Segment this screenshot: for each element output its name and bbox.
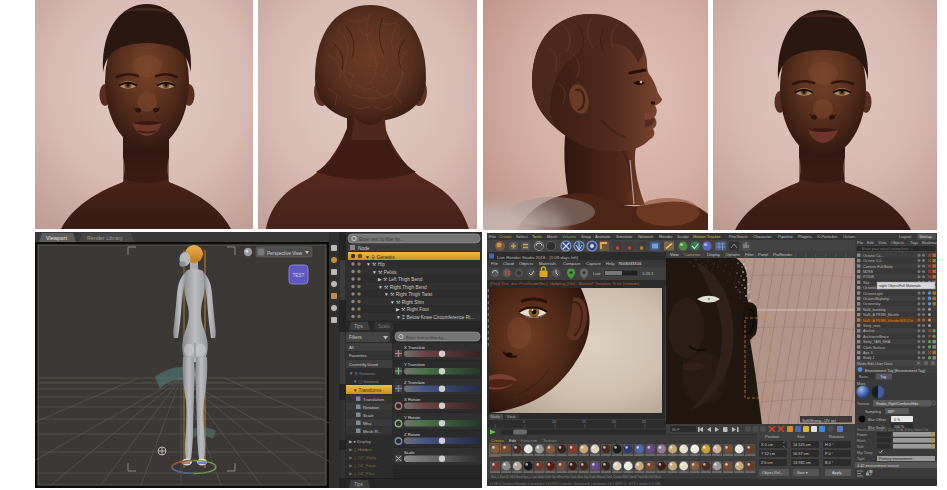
- svg-text:Cameras: Cameras: [684, 252, 700, 257]
- svg-text:NaN_A PESN_Marble: NaN_A PESN_Marble: [863, 313, 899, 317]
- svg-text:5: 5: [523, 420, 525, 424]
- svg-text:15: 15: [582, 420, 586, 424]
- svg-text:Materials: Materials: [539, 261, 556, 266]
- svg-text:PenTouch: PenTouch: [729, 234, 748, 239]
- svg-text:▼ ⚒ Right Shin: ▼ ⚒ Right Shin: [390, 300, 424, 305]
- svg-text:13.982 cm: 13.982 cm: [793, 461, 811, 465]
- svg-text:Environment Tag [Environment T: Environment Tag [Environment Tag]: [865, 369, 925, 373]
- svg-text:Soft/Strong - UV set: Soft/Strong - UV set: [802, 419, 837, 423]
- svg-text:TEST: TEST: [293, 273, 305, 278]
- svg-text:Y Translate: Y Translate: [404, 362, 426, 367]
- svg-text:Sampling: Sampling: [865, 410, 881, 414]
- svg-text:Pipeline: Pipeline: [778, 234, 794, 239]
- svg-text:25: 25: [642, 420, 646, 424]
- svg-text:Object-Rel...: Object-Rel...: [762, 471, 783, 475]
- svg-text:Enter text to filter by...: Enter text to filter by...: [359, 237, 403, 242]
- svg-text:14.525 cm: 14.525 cm: [793, 443, 811, 447]
- svg-text:LIVE | Octane Render | sam: LIVE | Octane Render | samples 512/512 |…: [490, 482, 661, 486]
- svg-text:▼ Transforms: ▼ Transforms: [353, 388, 382, 393]
- svg-text:Render: Render: [659, 234, 673, 239]
- svg-text:▶ △ DZ_Flex...: ▶ △ DZ_Flex...: [349, 471, 378, 476]
- svg-text:Favorites: Favorites: [349, 353, 367, 358]
- svg-text:Z 0 cm: Z 0 cm: [761, 461, 773, 465]
- svg-text:Objects: Objects: [519, 261, 533, 266]
- svg-text:OctaneLight: OctaneLight: [863, 292, 883, 296]
- svg-text:File: File: [857, 240, 863, 245]
- svg-text:▼ Σ Below Knee Circumference R: ▼ Σ Below Knee Circumference Ri...: [396, 315, 474, 320]
- svg-text:Apply: Apply: [832, 471, 842, 475]
- svg-text:night Object/Full Materials: night Object/Full Materials: [879, 284, 921, 288]
- svg-text:Sky: Sky: [863, 281, 869, 285]
- svg-text:Function: Function: [521, 438, 538, 443]
- svg-text:7603033316: 7603033316: [618, 261, 642, 266]
- svg-text:Layout: Layout: [899, 234, 912, 239]
- svg-text:▼ ◻ General: ▼ ◻ General: [353, 379, 379, 384]
- svg-text:M2SB: M2SB: [863, 270, 874, 274]
- svg-text:Options: Options: [726, 252, 740, 257]
- svg-text:All: All: [349, 345, 354, 350]
- svg-text:▶ ⚒ Left Thigh Bend: ▶ ⚒ Left Thigh Bend: [378, 277, 423, 282]
- svg-text:Compare: Compare: [563, 261, 581, 266]
- svg-text:B 0 °: B 0 °: [825, 461, 834, 465]
- svg-text:H 0 °: H 0 °: [825, 443, 834, 447]
- svg-text:P 0 °: P 0 °: [825, 452, 834, 456]
- svg-text:▼ ⚒ Right Thigh Twist: ▼ ⚒ Right Thigh Twist: [384, 292, 433, 297]
- svg-text:Aps 3: Aps 3: [863, 351, 872, 355]
- svg-text:X Translate: X Translate: [404, 345, 426, 350]
- svg-text:Rotation: Rotation: [829, 434, 844, 439]
- svg-text:Scale: Scale: [404, 450, 415, 455]
- svg-text:Edit: Edit: [509, 438, 517, 443]
- svg-text:Octanesky: Octanesky: [863, 302, 881, 306]
- svg-text:▶ △ DZ_Face...: ▶ △ DZ_Face...: [349, 463, 379, 468]
- svg-text:Rotation: Rotation: [363, 405, 380, 410]
- svg-text:~ Enter your search string her: ~ Enter your search string here ~: [859, 247, 912, 251]
- svg-text:▶ ♦ Display: ▶ ♦ Display: [349, 439, 372, 444]
- svg-text:Setty_TAN_SHA: Setty_TAN_SHA: [863, 340, 891, 344]
- svg-text:Filter: Filter: [745, 252, 755, 257]
- svg-text:Setty_max: Setty_max: [863, 324, 881, 328]
- svg-text:Character: Character: [753, 234, 772, 239]
- svg-text:Recalculation 2000 x 1500, RGB: Recalculation 2000 x 1500, RGB (8 Bit), …: [857, 428, 931, 432]
- svg-text:Live: Live: [593, 271, 601, 276]
- svg-text:Basic: Basic: [859, 375, 868, 379]
- svg-text:Startup: Startup: [919, 234, 933, 239]
- svg-text:X 0 cm: X 0 cm: [761, 443, 773, 447]
- svg-text:Anchor: Anchor: [863, 329, 875, 333]
- svg-text:Soft: Soft: [857, 445, 863, 449]
- svg-text:▶ ⚒ Right Foot: ▶ ⚒ Right Foot: [396, 307, 429, 312]
- svg-text:Texture: Texture: [543, 438, 557, 443]
- svg-text:Mat_1 Skin.02 SSS Brow Eye: Mat_1 Skin.02 SSS Brow Eye_L Lips Gold C…: [491, 475, 662, 479]
- svg-text:P230B: P230B: [863, 275, 875, 279]
- svg-text:Cloud: Cloud: [503, 261, 515, 266]
- svg-text:View: View: [507, 415, 515, 419]
- svg-text:New ▾: New ▾: [797, 471, 808, 475]
- svg-text:X-Particles: X-Particles: [817, 234, 837, 239]
- svg-text:NaN_A PESN_blenderWS (De...: NaN_A PESN_blenderWS (De...: [863, 319, 916, 323]
- svg-text:Power: Power: [857, 433, 868, 437]
- svg-text:Rush: Rush: [857, 439, 865, 443]
- svg-text:File: File: [491, 261, 498, 266]
- svg-text:20: 20: [612, 420, 616, 424]
- svg-text:Camera Full Body: Camera Full Body: [863, 265, 893, 269]
- svg-text:Network: Network: [638, 234, 654, 239]
- svg-text:Display: Display: [707, 252, 720, 257]
- svg-text:▼ ⚲ Genesis: ▼ ⚲ Genesis: [349, 371, 375, 376]
- svg-text:X Rotate: X Rotate: [404, 397, 421, 402]
- svg-text:[Prev] Disc, disc PriceGuide(: [Prev] Disc, disc PriceGuide(Sec), Updat…: [490, 281, 640, 286]
- svg-text:16.97 cm: 16.97 cm: [793, 452, 809, 456]
- svg-text:Volume: Volume: [562, 234, 577, 239]
- svg-text:Mode Edit User Data: Mode Edit User Data: [857, 362, 893, 366]
- svg-text:MIP: MIP: [888, 410, 895, 414]
- svg-text:▼ ⚒ Pelvis: ▼ ⚒ Pelvis: [372, 270, 397, 275]
- svg-text:Currently Used: Currently Used: [349, 362, 378, 367]
- svg-text:Scale: Scale: [378, 324, 390, 329]
- svg-text:▼ ⚒ Right Thigh Bend: ▼ ⚒ Right Thigh Bend: [378, 285, 427, 290]
- svg-text:Texture: Texture: [857, 402, 869, 406]
- svg-text:Snap: Snap: [581, 234, 591, 239]
- svg-text:Body 1: Body 1: [863, 356, 874, 360]
- svg-text:Mars: Mars: [857, 382, 866, 386]
- svg-text:Mesh: Mesh: [547, 234, 558, 239]
- svg-text:NaN_banding: NaN_banding: [863, 308, 886, 312]
- svg-text:File: File: [489, 234, 496, 239]
- svg-text:Create: Create: [499, 234, 512, 239]
